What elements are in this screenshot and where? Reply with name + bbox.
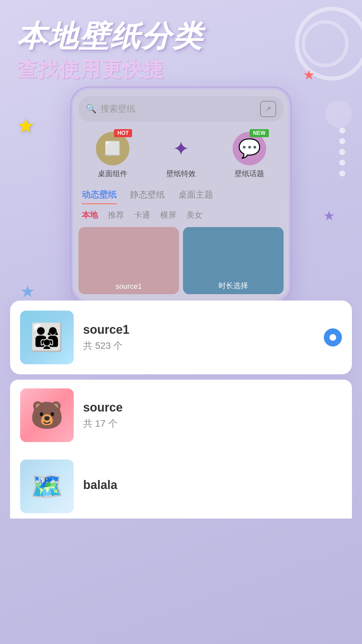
wallpaper-label-duration: 时长选择 (183, 277, 284, 294)
category-item-desk[interactable]: ⬜ HOT 桌面组件 (96, 132, 129, 179)
phone-border: 🔍 搜索壁纸 ↗ ⬜ HOT 桌面组件 (70, 87, 292, 304)
source2-name: source (83, 400, 342, 415)
sub-tab-bar: 本地 推荐 卡通 横屏 美女 (78, 210, 284, 220)
desk-label: 桌面组件 (98, 169, 127, 179)
tab-bar: 动态壁纸 静态壁纸 桌面主题 (78, 189, 284, 204)
map-icon: 🗺️ (30, 471, 64, 502)
bear-icon: 🐻 (30, 399, 64, 431)
star-effect-icon: ✦ (173, 137, 189, 160)
source2-thumbnail: 🐻 (20, 388, 74, 442)
effect-icon-wrap: ✦ (164, 132, 198, 165)
category-item-topic[interactable]: 💬 NEW 壁纸话题 (233, 132, 266, 179)
star-purple-icon: ★ (323, 208, 335, 223)
share-icon: ↗ (265, 105, 271, 113)
tab-dynamic-wallpaper[interactable]: 动态壁纸 (82, 189, 117, 204)
wallpaper-card-source1[interactable]: source1 (78, 227, 179, 294)
source2-count: 共 17 个 (83, 417, 342, 430)
source1-info: source1 共 523 个 (83, 323, 314, 352)
source3-name: balala (83, 478, 342, 492)
desk-icon-wrap: ⬜ HOT (96, 132, 129, 165)
source3-info: balala (83, 478, 342, 495)
phone-mockup: 🔍 搜索壁纸 ↗ ⬜ HOT 桌面组件 (57, 87, 305, 304)
tab-static-wallpaper[interactable]: 静态壁纸 (130, 189, 165, 204)
sub-tab-beauty[interactable]: 美女 (186, 210, 202, 220)
hot-badge: HOT (114, 129, 132, 137)
phone-inner: 🔍 搜索壁纸 ↗ ⬜ HOT 桌面组件 (73, 90, 289, 301)
source-list-item-1[interactable]: 👨‍👩‍👧 source1 共 523 个 (10, 301, 352, 374)
desk-icon: ⬜ (104, 141, 121, 156)
source2-info: source 共 17 个 (83, 400, 342, 430)
share-button[interactable]: ↗ (260, 101, 276, 117)
wallpaper-label-source1: source1 (78, 279, 179, 294)
search-icon: 🔍 (86, 104, 97, 114)
search-placeholder: 搜索壁纸 (101, 103, 256, 115)
tab-desktop-theme[interactable]: 桌面主题 (178, 189, 213, 204)
source1-thumbnail: 👨‍👩‍👧 (20, 311, 74, 364)
sub-tab-landscape[interactable]: 横屏 (160, 210, 176, 220)
source1-radio-button[interactable] (324, 328, 342, 346)
topic-label: 壁纸话题 (235, 169, 264, 179)
star-yellow-icon: ★ (17, 114, 35, 138)
new-badge: NEW (250, 129, 269, 137)
sub-tab-recommend[interactable]: 推荐 (108, 210, 124, 220)
wallpaper-card-duration[interactable]: 时长选择 (183, 227, 284, 294)
source3-thumbnail: 🗺️ (20, 460, 74, 513)
effect-label: 壁纸特效 (166, 169, 196, 179)
category-row: ⬜ HOT 桌面组件 ✦ 壁纸特效 💬 NEW (78, 132, 284, 179)
search-bar[interactable]: 🔍 搜索壁纸 ↗ (78, 96, 284, 122)
source1-count: 共 523 个 (83, 339, 314, 352)
top-section: 本地壁纸分类 查找使用更快捷 (0, 0, 362, 93)
wallpaper-grid: source1 时长选择 (78, 227, 284, 294)
sub-title: 查找使用更快捷 (17, 56, 345, 83)
sub-tab-cartoon[interactable]: 卡通 (134, 210, 150, 220)
source1-name: source1 (83, 323, 314, 337)
crayon-shin-icon: 👨‍👩‍👧 (30, 322, 64, 353)
category-item-effect[interactable]: ✦ 壁纸特效 (164, 132, 198, 179)
source-list-item-3[interactable]: 🗺️ balala (10, 451, 352, 519)
source-list-item-2[interactable]: 🐻 source 共 17 个 (10, 380, 352, 451)
main-title: 本地壁纸分类 (17, 20, 345, 53)
sub-tab-local[interactable]: 本地 (82, 210, 98, 220)
dots-decoration (339, 127, 345, 176)
topic-icon-wrap: 💬 NEW (233, 132, 266, 165)
bottom-list: 👨‍👩‍👧 source1 共 523 个 🐻 source 共 17 个 🗺️… (0, 301, 362, 519)
radio-inner-dot (329, 334, 336, 341)
star-blue-icon: ★ (20, 282, 35, 301)
chat-icon: 💬 (238, 138, 261, 159)
